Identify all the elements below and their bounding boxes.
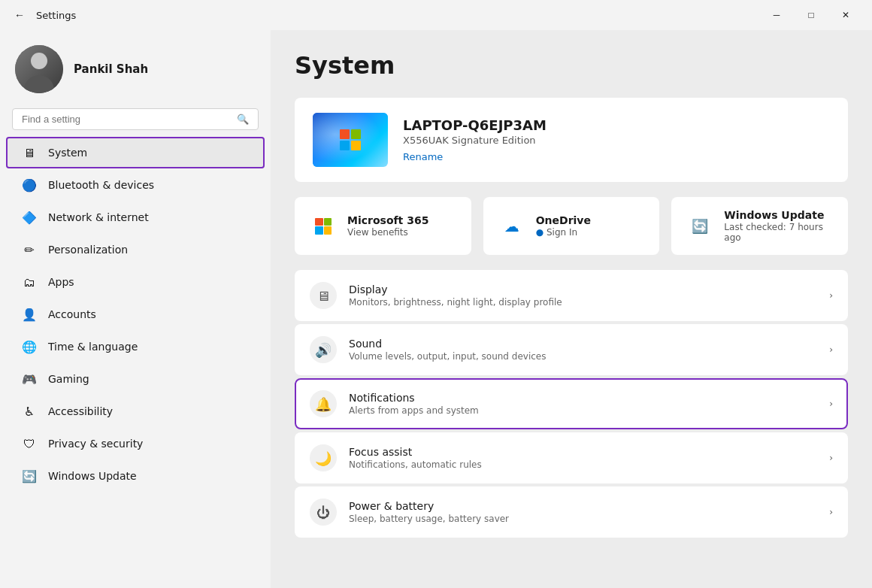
settings-sub-sound: Volume levels, output, input, sound devi… (349, 351, 817, 362)
settings-title-display: Display (349, 283, 817, 296)
onedrive-sub: ● Sign In (536, 227, 591, 238)
chevron-icon-sound: › (829, 344, 833, 355)
settings-item-display[interactable]: 🖥 Display Monitors, brightness, night li… (295, 270, 848, 321)
search-container: 🔍 (0, 105, 271, 136)
nav-icon-privacy: 🛡 (21, 435, 38, 452)
main-content: System LAPTOP-Q6EJP3AM X556UAK Signature… (271, 30, 872, 588)
nav-label-gaming: Gaming (48, 373, 89, 385)
nav-icon-accessibility: ♿ (21, 403, 38, 420)
settings-text-powerbattery: Power & battery Sleep, battery usage, ba… (349, 500, 817, 524)
settings-icon-sound: 🔊 (310, 336, 337, 363)
nav-icon-personalization: ✏️ (21, 241, 38, 258)
settings-text-sound: Sound Volume levels, output, input, soun… (349, 338, 817, 362)
settings-item-sound[interactable]: 🔊 Sound Volume levels, output, input, so… (295, 324, 848, 375)
user-profile[interactable]: Pankil Shah (0, 30, 271, 105)
device-model: X556UAK Signature Edition (403, 135, 830, 146)
nav-icon-system: 🖥 (21, 144, 38, 161)
settings-sub-focusassist: Notifications, automatic rules (349, 459, 817, 470)
settings-text-focusassist: Focus assist Notifications, automatic ru… (349, 446, 817, 470)
settings-title-focusassist: Focus assist (349, 446, 817, 458)
window-controls: ─ □ ✕ (759, 3, 863, 27)
settings-item-notifications[interactable]: 🔔 Notifications Alerts from apps and sys… (295, 378, 848, 429)
settings-item-focusassist[interactable]: 🌙 Focus assist Notifications, automatic … (295, 432, 848, 483)
windows-logo (340, 129, 361, 150)
ms365-icon (315, 218, 332, 235)
settings-title-sound: Sound (349, 338, 817, 350)
titlebar: ← Settings ─ □ ✕ (0, 0, 872, 30)
settings-title-notifications: Notifications (349, 392, 817, 404)
chevron-icon-display: › (829, 290, 833, 301)
quick-link-ms365[interactable]: Microsoft 365 View benefits (295, 197, 471, 255)
nav-label-accounts: Accounts (48, 308, 96, 320)
maximize-button[interactable]: □ (794, 3, 828, 27)
settings-list: 🖥 Display Monitors, brightness, night li… (295, 270, 848, 538)
sidebar-item-personalization[interactable]: ✏️ Personalization (6, 234, 265, 265)
nav-label-bluetooth: Bluetooth & devices (48, 179, 154, 191)
rename-link[interactable]: Rename (403, 151, 443, 162)
sidebar-item-apps[interactable]: 🗂 Apps (6, 266, 265, 298)
app-body: Pankil Shah 🔍 🖥 System 🔵 Bluetooth & dev… (0, 30, 872, 588)
sidebar-item-network[interactable]: 🔷 Network & internet (6, 202, 265, 233)
quick-link-winupdate[interactable]: 🔄 Windows Update Last checked: 7 hours a… (671, 197, 848, 255)
ms365-icon-wrap (310, 213, 337, 240)
chevron-icon-powerbattery: › (829, 507, 833, 517)
search-box: 🔍 (12, 108, 259, 130)
sidebar-item-accounts[interactable]: 👤 Accounts (6, 299, 265, 330)
nav-icon-accounts: 👤 (21, 306, 38, 323)
onedrive-title: OneDrive (536, 214, 591, 226)
settings-item-powerbattery[interactable]: ⏻ Power & battery Sleep, battery usage, … (295, 486, 848, 538)
nav-label-privacy: Privacy & security (48, 438, 143, 450)
settings-text-notifications: Notifications Alerts from apps and syste… (349, 392, 817, 416)
sidebar-item-system[interactable]: 🖥 System (6, 137, 265, 168)
sidebar-item-time[interactable]: 🌐 Time & language (6, 331, 265, 362)
nav-label-apps: Apps (48, 276, 74, 288)
minimize-button[interactable]: ─ (759, 3, 794, 27)
winupdate-sub: Last checked: 7 hours ago (724, 222, 833, 243)
sidebar-item-privacy[interactable]: 🛡 Privacy & security (6, 428, 265, 459)
search-icon: 🔍 (237, 114, 249, 125)
nav-label-personalization: Personalization (48, 244, 128, 256)
avatar-image (15, 45, 63, 93)
sidebar-item-winupdate[interactable]: 🔄 Windows Update (6, 460, 265, 492)
nav-icon-time: 🌐 (21, 338, 38, 355)
quick-link-onedrive[interactable]: ☁ OneDrive ● Sign In (483, 197, 660, 255)
search-input[interactable] (22, 114, 231, 125)
onedrive-dot: ● (536, 227, 543, 238)
settings-icon-powerbattery: ⏻ (310, 499, 337, 526)
back-button[interactable]: ← (9, 5, 30, 26)
nav-icon-bluetooth: 🔵 (21, 177, 38, 193)
quick-links: Microsoft 365 View benefits ☁ OneDrive ●… (295, 197, 848, 255)
settings-sub-display: Monitors, brightness, night light, displ… (349, 297, 817, 308)
sidebar-item-bluetooth[interactable]: 🔵 Bluetooth & devices (6, 169, 265, 201)
ms365-sub: View benefits (347, 227, 428, 238)
nav-icon-apps: 🗂 (21, 274, 38, 290)
settings-text-display: Display Monitors, brightness, night ligh… (349, 283, 817, 308)
nav-label-system: System (48, 147, 87, 159)
sidebar-nav: 🖥 System 🔵 Bluetooth & devices 🔷 Network… (0, 136, 271, 493)
nav-label-time: Time & language (48, 341, 138, 353)
sidebar-item-accessibility[interactable]: ♿ Accessibility (6, 396, 265, 427)
chevron-icon-focusassist: › (829, 453, 833, 463)
sidebar: Pankil Shah 🔍 🖥 System 🔵 Bluetooth & dev… (0, 30, 271, 588)
nav-label-network: Network & internet (48, 211, 149, 223)
settings-icon-notifications: 🔔 (310, 390, 337, 417)
onedrive-info: OneDrive ● Sign In (536, 214, 591, 238)
device-thumbnail (313, 113, 388, 167)
nav-icon-network: 🔷 (21, 209, 38, 226)
device-card: LAPTOP-Q6EJP3AM X556UAK Signature Editio… (295, 98, 848, 182)
ms365-title: Microsoft 365 (347, 214, 428, 226)
username: Pankil Shah (74, 62, 148, 76)
chevron-icon-notifications: › (829, 399, 833, 409)
nav-label-winupdate: Windows Update (48, 470, 137, 482)
close-button[interactable]: ✕ (828, 3, 863, 27)
app-title: Settings (36, 10, 76, 21)
sidebar-item-gaming[interactable]: 🎮 Gaming (6, 363, 265, 395)
onedrive-icon: ☁ (498, 213, 525, 240)
settings-sub-notifications: Alerts from apps and system (349, 405, 817, 416)
winupdate-icon: 🔄 (686, 213, 713, 240)
avatar (15, 45, 63, 93)
device-name: LAPTOP-Q6EJP3AM (403, 117, 830, 133)
settings-sub-powerbattery: Sleep, battery usage, battery saver (349, 514, 817, 524)
back-icon: ← (14, 9, 25, 21)
settings-icon-focusassist: 🌙 (310, 444, 337, 471)
